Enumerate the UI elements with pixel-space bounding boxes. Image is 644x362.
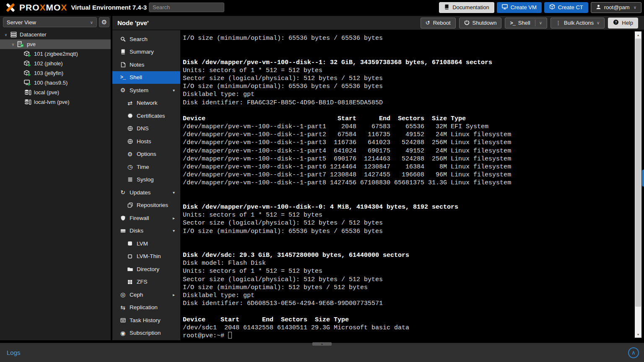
nav-item-replication[interactable]: ⇆Replication	[112, 301, 180, 314]
terminal-line: /dev/mapper/pve-vm--100--disk--1-part2 6…	[183, 131, 644, 139]
nav-item-search[interactable]: Search	[112, 33, 180, 46]
top-bar: PROXMOX Virtual Environment 7.4-3 Docume…	[0, 0, 644, 15]
nav-item-syslog[interactable]: Syslog	[112, 173, 180, 186]
scrollbar-thumb[interactable]	[635, 39, 641, 307]
nav-item-network-label: Network	[137, 100, 158, 106]
terminal-line: /dev/sdc1 2048 61432558 61430511 29.3G M…	[183, 324, 644, 332]
caret-right-icon[interactable]: ▸	[173, 292, 175, 297]
nav-item-ceph[interactable]: ◎Ceph▸	[112, 288, 180, 301]
gears-icon: ⚙	[119, 87, 127, 93]
create-vm-button-label: Create VM	[511, 4, 537, 10]
terminal-line: Sector size (logical/physical): 512 byte…	[183, 276, 644, 284]
nav-item-shell[interactable]: >_Shell	[112, 71, 180, 84]
nav-item-repositories[interactable]: Repositories	[112, 199, 180, 212]
nav-item-dns-label: DNS	[137, 125, 149, 132]
ct-running-icon	[23, 70, 32, 76]
nav-item-hosts[interactable]: Hosts	[112, 135, 180, 148]
documentation-button[interactable]: Documentation	[439, 2, 494, 13]
terminal-output: I/O size (minimum/optimal): 65536 bytes …	[180, 30, 644, 340]
sidebar-item-pve[interactable]: ∨pve	[0, 39, 111, 49]
shell-button[interactable]: >_Shell∨	[505, 18, 547, 28]
copy-icon	[126, 202, 134, 208]
nav-item-search-label: Search	[130, 36, 148, 42]
panel-splitter-handle[interactable]	[642, 170, 644, 186]
create-vm-button[interactable]: Create VM	[497, 2, 542, 13]
logs-expand-button[interactable]: ∧	[628, 347, 639, 358]
terminal-line: Disklabel type: gpt	[183, 90, 644, 98]
nav-item-shell-label: Shell	[130, 74, 142, 80]
nav-item-summary[interactable]: Summary	[112, 46, 180, 59]
nav-item-zfs[interactable]: ZFS	[112, 276, 180, 289]
tree-expander-icon[interactable]: ∨	[10, 42, 16, 47]
terminal-line: Units: sectors of 1 * 512 = 512 bytes	[183, 67, 644, 75]
documentation-button-label: Documentation	[452, 4, 489, 10]
proxmox-logo-icon	[4, 3, 17, 13]
nav-item-options[interactable]: ⚙Options	[112, 148, 180, 161]
sidebar-item-local-lvm[interactable]: local-lvm (pve)	[0, 97, 111, 107]
nav-item-disks[interactable]: Disks▾	[112, 225, 180, 238]
terminal-line: Sector size (logical/physical): 512 byte…	[183, 219, 644, 227]
terminal-line: Disklabel type: gpt	[183, 292, 644, 300]
terminal-icon: >_	[119, 75, 127, 80]
help-button[interactable]: ?Help	[608, 18, 638, 28]
nav-item-firewall[interactable]: Firewall▸	[112, 212, 180, 225]
terminal-scrollbar[interactable]: ▴ ▾	[635, 31, 641, 338]
create-ct-button[interactable]: Create CT	[544, 2, 588, 13]
nav-item-time[interactable]: ◷Time	[112, 160, 180, 173]
dots-icon: ⋮	[556, 20, 561, 26]
user-menu-button[interactable]: root@pam∨	[591, 2, 641, 13]
datacenter-icon	[9, 31, 18, 38]
scrollbar-up-button[interactable]: ▴	[635, 31, 641, 38]
caret-down-icon[interactable]: ▾	[173, 228, 175, 233]
terminal-line: /dev/mapper/pve-vm--100--disk--1-part3 1…	[183, 139, 644, 147]
chevron-down-icon: ∨	[634, 5, 636, 10]
sidebar-item-100[interactable]: 100 (haos9.5)	[0, 78, 111, 88]
tree-expander-icon[interactable]: ∨	[3, 33, 9, 37]
logs-splitter-handle[interactable]: ▴	[312, 342, 332, 346]
caret-down-icon[interactable]: ▾	[173, 88, 175, 93]
triangle-down-icon: ▾	[637, 333, 639, 336]
terminal-line: I/O size (minimum/optimal): 65536 bytes …	[183, 34, 644, 42]
sidebar-item-102[interactable]: 102 (pihole)	[0, 59, 111, 68]
nav-item-system[interactable]: ⚙System▾	[112, 84, 180, 97]
nav-item-notes[interactable]: Notes	[112, 58, 180, 71]
scrollbar-down-button[interactable]: ▾	[635, 331, 641, 338]
bulk-actions-button[interactable]: ⋮Bulk Actions∨	[551, 18, 605, 28]
tasklist-icon	[119, 318, 127, 323]
sidebar-item-local-label: local (pve)	[34, 89, 59, 96]
terminal-line: /dev/mapper/pve-vm--100--disk--1-part6 1…	[183, 163, 644, 171]
shell-terminal[interactable]: I/O size (minimum/optimal): 65536 bytes …	[180, 30, 644, 340]
reboot-button[interactable]: ↺Reboot	[421, 18, 456, 28]
view-selector-combo[interactable]: Server View ∨	[3, 17, 97, 27]
caret-right-icon[interactable]: ▸	[173, 216, 175, 220]
caret-down-icon[interactable]: ▾	[173, 190, 175, 195]
nav-item-lvm[interactable]: LVM	[112, 237, 180, 250]
nav-item-updates[interactable]: ↻Updates▾	[112, 186, 180, 199]
terminal-cursor	[228, 332, 232, 339]
triangle-up-icon: ▴	[321, 342, 323, 346]
sidebar-item-local[interactable]: local (pve)	[0, 88, 111, 97]
node-actions: ↺RebootShutdown>_Shell∨⋮Bulk Actions∨?He…	[421, 18, 638, 28]
terminal-line	[183, 107, 644, 115]
nav-item-lvm-thin[interactable]: LVM-Thin	[112, 250, 180, 263]
nav-item-task-history[interactable]: Task History	[112, 314, 180, 327]
version-subtitle: Virtual Environment 7.4-3	[71, 4, 147, 11]
nav-item-certificates[interactable]: Certificates	[112, 109, 180, 122]
global-search-input[interactable]	[149, 3, 224, 12]
shutdown-button[interactable]: Shutdown	[459, 18, 502, 28]
terminal-line	[183, 195, 644, 203]
sidebar-item-103[interactable]: 103 (jellyfin)	[0, 68, 111, 78]
nav-item-dns[interactable]: DNS	[112, 122, 180, 135]
sidebar-item-102-label: 102 (pihole)	[34, 60, 63, 67]
node-nav-menu: SearchSummaryNotes>_Shell⚙System▾⇄Networ…	[112, 30, 180, 340]
sidebar-item-101[interactable]: 101 (zigbee2mqtt)	[0, 49, 111, 59]
sidebar-item-datacenter[interactable]: ∨Datacenter	[0, 30, 111, 39]
tree-settings-button[interactable]: ⚙	[99, 17, 109, 27]
nav-item-subscription[interactable]: ◉Subscription	[112, 327, 180, 340]
terminal-line: /dev/mapper/pve-vm--100--disk--1-part4 6…	[183, 147, 644, 155]
shell-button-label: Shell	[518, 20, 530, 26]
nav-item-directory[interactable]: Directory	[112, 263, 180, 276]
terminal-line: /dev/mapper/pve-vm--100--disk--1-part5 6…	[183, 155, 644, 163]
nav-item-network[interactable]: ⇄Network	[112, 97, 180, 110]
reboot-button-label: Reboot	[433, 20, 451, 26]
